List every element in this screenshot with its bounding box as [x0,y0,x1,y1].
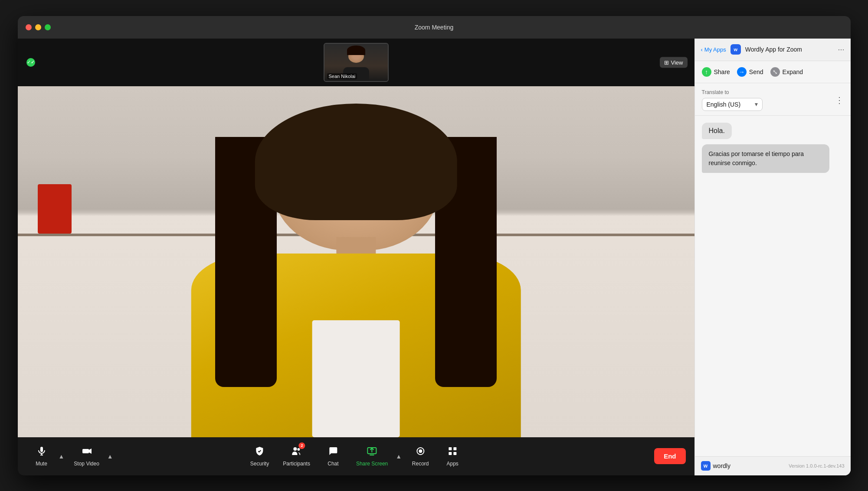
video-area: ✓ Sean Nikolai [18,39,694,475]
translate-section: Translate to English (US) ▼ ⋮ [695,83,851,116]
language-select[interactable]: English (US) [702,98,763,111]
share-action-icon: ↑ [702,67,711,77]
my-apps-label: My Apps [704,46,726,53]
toolbar-left-section: Mute ▲ [26,442,115,470]
share-action-label: Share [714,68,730,75]
wordly-w-icon: w [701,461,711,471]
right-panel: ‹ My Apps w Wordly App for Zoom ··· ↑ Sh… [694,39,851,475]
main-content: ✓ Sean Nikolai [18,39,851,475]
end-button[interactable]: End [654,448,685,464]
translate-options-button[interactable]: ⋮ [835,95,844,105]
more-options-button[interactable]: ··· [838,45,844,54]
toolbar-right-section: End [654,448,685,464]
minimize-button[interactable] [35,24,41,30]
apps-icon [447,446,458,459]
svg-rect-3 [82,449,89,453]
person-figure [136,104,576,437]
hola-bubble: Hola. [702,123,732,139]
wordly-logo-text: wordly [713,462,730,469]
security-label: Security [250,461,269,467]
expand-action-button[interactable]: ⤡ Expand [770,67,803,77]
svg-rect-15 [453,452,456,455]
self-video-thumbnail: Sean Nikolai [324,43,389,82]
record-label: Record [412,461,429,467]
hair-top [255,104,457,220]
language-dropdown-wrapper: English (US) ▼ [702,98,763,111]
toolbar-center-section: Security 2 [244,442,468,470]
record-icon [415,446,426,459]
vertical-dots-icon: ⋮ [835,95,844,105]
mic-icon [36,446,47,459]
participant-name-label: Sean Nikolai [327,73,357,79]
view-button[interactable]: ⊞ View [660,57,688,68]
send-action-label: Send [749,68,763,75]
share-action-button[interactable]: ↑ Share [702,67,730,77]
chat-button[interactable]: Chat [318,442,348,470]
wordly-app-title: Wordly App for Zoom [745,46,834,53]
svg-rect-13 [453,447,456,450]
chat-icon [328,446,338,459]
send-action-icon: → [737,67,747,77]
expand-action-label: Expand [783,68,803,75]
language-select-wrapper: English (US) ▼ [702,98,763,111]
panel-footer: w wordly Version 1.0.0-rc.1-dev.143 [695,456,851,475]
svg-marker-4 [89,449,92,454]
security-button[interactable]: Security [244,442,275,470]
svg-rect-14 [449,452,452,455]
chat-area: Hola. Gracias por tomarse el tiempo para… [695,116,851,456]
toolbar: Mute ▲ [18,437,694,475]
camera-icon [82,446,92,459]
video-chevron[interactable]: ▲ [105,451,115,462]
participants-button[interactable]: 2 Participants [277,442,316,470]
window-title: Zoom Meeting [415,24,453,31]
participants-icon: 2 [292,446,302,459]
translate-controls: Translate to English (US) ▼ [702,89,763,111]
stop-video-button[interactable]: Stop Video [68,442,105,470]
red-object-decoration [38,184,72,233]
mute-button[interactable]: Mute [26,442,57,470]
back-button[interactable]: ‹ My Apps [701,46,726,53]
apps-button[interactable]: Apps [437,442,468,470]
share-screen-button[interactable]: Share Screen [350,442,394,470]
back-arrow-icon: ‹ [701,46,703,53]
close-button[interactable] [26,24,32,30]
version-text: Version 1.0.0-rc.1-dev.143 [789,463,844,468]
white-shirt [312,320,400,437]
send-action-button[interactable]: → Send [737,67,763,77]
view-icon: ⊞ [664,59,669,65]
svg-point-11 [419,449,422,453]
share-screen-label: Share Screen [356,461,388,467]
action-buttons-row: ↑ Share → Send ⤡ Expand [695,61,851,83]
participants-label: Participants [283,461,310,467]
share-screen-chevron[interactable]: ▲ [394,451,403,462]
svg-rect-0 [40,447,43,452]
stop-video-label: Stop Video [74,461,99,467]
panel-header: ‹ My Apps w Wordly App for Zoom ··· [695,39,851,61]
more-dots-icon: ··· [838,45,844,54]
wordly-app-icon: w [730,44,741,55]
expand-action-icon: ⤡ [770,67,780,77]
chat-label: Chat [328,461,338,467]
fullscreen-button[interactable] [45,24,51,30]
apps-label: Apps [446,461,458,467]
record-button[interactable]: Record [405,442,436,470]
toolbar-wrapper: Mute ▲ [18,437,694,475]
share-screen-group: Share Screen ▲ [350,442,403,470]
mute-label: Mute [36,461,47,467]
main-video [18,86,694,437]
participants-count-badge: 2 [299,442,305,449]
title-bar: Zoom Meeting [18,16,851,39]
svg-point-5 [294,447,297,451]
share-screen-icon [367,446,377,459]
spanish-bubble: Gracias por tomarse el tiempo para reuni… [702,144,829,173]
svg-point-6 [298,448,300,451]
traffic-lights [26,24,51,30]
security-status-icon: ✓ [26,58,35,67]
thumbnail-bar: ✓ Sean Nikolai [18,39,694,86]
video-group: Stop Video ▲ [68,442,115,470]
mute-group: Mute ▲ [26,442,66,470]
zoom-window: Zoom Meeting ✓ [18,16,851,475]
shield-icon [255,446,265,459]
mute-chevron[interactable]: ▲ [57,451,66,462]
svg-rect-12 [449,447,452,450]
